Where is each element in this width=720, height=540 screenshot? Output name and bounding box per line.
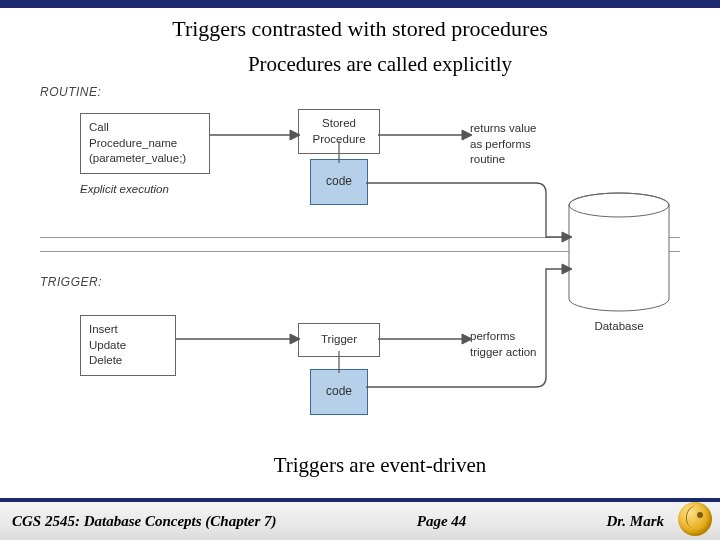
arrow-routine-code-to-db [366,175,576,255]
routine-code-text: code [326,174,352,188]
svg-point-14 [697,512,703,518]
diagram-area: ROUTINE: TRIGGER: Call Procedure_name (p… [40,79,680,449]
caption-triggers: Triggers are event-driven [40,449,720,484]
connector-trigger-code [334,351,344,373]
routine-note: returns value as performs routine [470,121,536,168]
footer-bar: CGS 2545: Database Concepts (Chapter 7) … [0,498,720,540]
call-procedure-box: Call Procedure_name (parameter_value;) [80,113,210,174]
arrow-event-to-trigger [176,331,300,347]
svg-marker-12 [562,232,572,242]
arrow-trigger-code-to-db [366,249,576,399]
svg-marker-7 [290,334,300,344]
call-procedure-text: Call Procedure_name (parameter_value;) [89,121,186,164]
cylinder-icon [564,191,674,321]
database-cylinder: Database [564,191,674,332]
footer-author: Dr. Mark [606,513,664,530]
trigger-section-label: TRIGGER: [40,275,102,289]
svg-marker-3 [290,130,300,140]
explicit-execution-label: Explicit execution [80,183,169,195]
slide-title: Triggers contrasted with stored procedur… [0,8,720,46]
svg-marker-5 [462,130,472,140]
svg-marker-13 [562,264,572,274]
top-accent-bar [0,0,720,8]
arrow-call-to-sp [210,127,300,143]
routine-section-label: ROUTINE: [40,85,101,99]
trigger-box-text: Trigger [321,333,357,345]
routine-code-box: code [310,159,368,205]
caption-procedures: Procedures are called explicitly [40,46,720,79]
footer-page: Page 44 [277,513,607,530]
ucf-logo-icon [678,502,712,536]
connector-sp-code [334,141,344,163]
footer-course: CGS 2545: Database Concepts (Chapter 7) [12,513,277,530]
trigger-code-text: code [326,384,352,398]
event-box: Insert Update Delete [80,315,176,376]
event-box-text: Insert Update Delete [89,323,126,366]
trigger-code-box: code [310,369,368,415]
database-label: Database [564,320,674,332]
arrow-sp-to-note [378,127,472,143]
